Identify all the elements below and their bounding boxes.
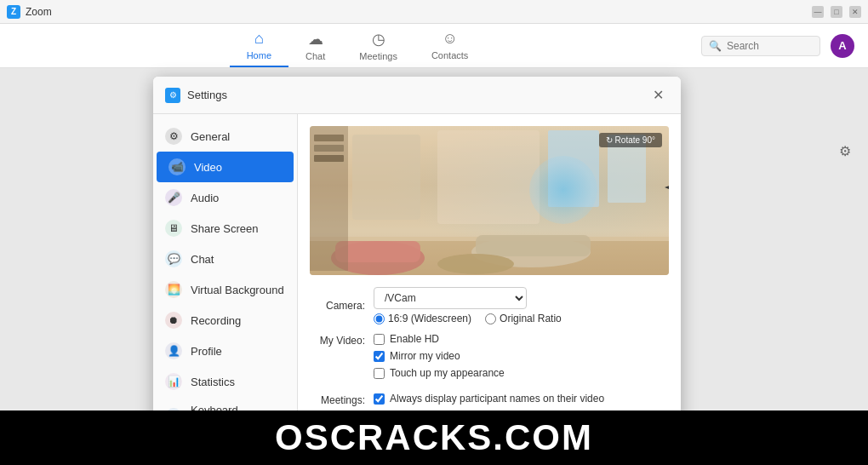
radio-original[interactable]: Original Ratio xyxy=(485,313,562,324)
search-icon: 🔍 xyxy=(709,40,722,52)
nav-items: ⌂ Home ☁ Chat ◷ Meetings ☺ Contacts xyxy=(14,25,701,67)
titlebar: Z Zoom — □ ✕ xyxy=(0,0,868,24)
sidebar-label-recording: Recording xyxy=(191,314,241,327)
rotate-button[interactable]: ↻ Rotate 90° xyxy=(599,133,662,147)
sidebar-item-share-screen[interactable]: 🖥 Share Screen xyxy=(153,213,297,244)
settings-content: ↻ Rotate 90° Camera: xyxy=(298,114,681,451)
camera-row: Camera: /VCam Default Camera 16:9 (Wides… xyxy=(310,287,669,324)
room-scene xyxy=(310,126,669,275)
svg-rect-5 xyxy=(476,235,591,256)
avatar[interactable]: A xyxy=(831,34,854,58)
sidebar-label-chat: Chat xyxy=(191,253,214,266)
settings-sidebar: ⚙ General 📹 Video 🎤 Audio 🖥 Share Screen… xyxy=(153,114,298,451)
nav-home-label: Home xyxy=(247,50,271,60)
mirror-video-option[interactable]: Mirror my video xyxy=(374,350,669,362)
sidebar-item-general[interactable]: ⚙ General xyxy=(153,121,297,152)
video-preview-inner xyxy=(310,126,669,275)
sidebar-item-audio[interactable]: 🎤 Audio xyxy=(153,182,297,213)
my-video-row: My Video: Enable HD Mirror my video T xyxy=(310,333,669,384)
sidebar-item-chat[interactable]: 💬 Chat xyxy=(153,244,297,274)
sidebar-item-video[interactable]: 📹 Video xyxy=(157,152,294,182)
sidebar-item-profile[interactable]: 👤 Profile xyxy=(153,336,297,366)
sidebar-item-virtual-background[interactable]: 🌅 Virtual Background xyxy=(153,274,297,305)
aspect-ratio-group: 16:9 (Widescreen) Original Ratio xyxy=(374,313,669,324)
enable-hd-label: Enable HD xyxy=(390,333,439,345)
camera-label: Camera: xyxy=(310,300,365,312)
close-window-button[interactable]: ✕ xyxy=(849,6,861,18)
sidebar-label-audio: Audio xyxy=(191,192,219,204)
chat-icon: ☁ xyxy=(308,30,323,49)
navbar: ⌂ Home ☁ Chat ◷ Meetings ☺ Contacts 🔍 A xyxy=(0,24,868,68)
video-icon: 📹 xyxy=(168,158,186,175)
share-screen-icon: 🖥 xyxy=(165,220,182,237)
video-preview: ↻ Rotate 90° xyxy=(310,126,669,275)
mirror-video-label: Mirror my video xyxy=(390,350,460,362)
sidebar-label-statistics: Statistics xyxy=(191,376,235,388)
watermark: OSCRACKS.COM xyxy=(0,410,868,465)
svg-rect-13 xyxy=(314,145,344,152)
enable-hd-option[interactable]: Enable HD xyxy=(374,333,669,345)
audio-icon: 🎤 xyxy=(165,189,182,206)
dialog-title: Settings xyxy=(187,89,648,101)
gear-icon[interactable]: ⚙ xyxy=(839,143,858,162)
my-video-options: Enable HD Mirror my video Touch up my ap… xyxy=(374,333,669,384)
camera-select[interactable]: /VCam Default Camera xyxy=(374,287,527,309)
sidebar-label-virtual-bg: Virtual Background xyxy=(191,284,284,296)
maximize-button[interactable]: □ xyxy=(831,6,842,18)
radio-widescreen[interactable]: 16:9 (Widescreen) xyxy=(374,313,471,324)
dialog-header: ⚙ Settings ✕ xyxy=(153,77,681,114)
settings-icon: ⚙ xyxy=(165,88,180,103)
meetings-label: Meetings: xyxy=(310,393,365,406)
always-display-names-label: Always display participant names on thei… xyxy=(390,393,604,405)
meetings-icon: ◷ xyxy=(372,30,385,49)
my-video-label: My Video: xyxy=(310,333,365,347)
sidebar-item-recording[interactable]: ⏺ Recording xyxy=(153,305,297,336)
arrow-indicator xyxy=(660,173,669,203)
statistics-icon: 📊 xyxy=(165,373,182,390)
nav-chat[interactable]: ☁ Chat xyxy=(288,25,342,67)
original-ratio-label: Original Ratio xyxy=(500,313,562,324)
main-content: ⚙ ⚙ Settings ✕ ⚙ General 📹 Video xyxy=(0,68,868,465)
nav-meetings[interactable]: ◷ Meetings xyxy=(342,25,414,67)
svg-rect-12 xyxy=(314,135,344,141)
home-icon: ⌂ xyxy=(254,30,264,48)
svg-rect-8 xyxy=(437,130,540,224)
recording-icon: ⏺ xyxy=(165,312,182,329)
nav-home[interactable]: ⌂ Home xyxy=(230,25,288,67)
general-icon: ⚙ xyxy=(165,128,182,145)
window-controls: — □ ✕ xyxy=(812,6,861,18)
search-area[interactable]: 🔍 xyxy=(701,36,820,56)
sidebar-label-share-screen: Share Screen xyxy=(191,222,259,235)
app-icon: Z xyxy=(7,5,20,19)
sidebar-label-general: General xyxy=(191,130,230,143)
settings-dialog: ⚙ Settings ✕ ⚙ General 📹 Video 🎤 Audio xyxy=(153,77,681,465)
minimize-button[interactable]: — xyxy=(812,6,824,18)
sidebar-label-profile: Profile xyxy=(191,345,222,358)
nav-contacts[interactable]: ☺ Contacts xyxy=(414,25,485,67)
app-title: Zoom xyxy=(26,6,52,18)
dialog-body: ⚙ General 📹 Video 🎤 Audio 🖥 Share Screen… xyxy=(153,114,681,451)
nav-meetings-label: Meetings xyxy=(359,51,397,61)
contacts-icon: ☺ xyxy=(442,30,457,48)
sidebar-label-video: Video xyxy=(194,161,222,174)
profile-icon: 👤 xyxy=(165,342,182,359)
svg-rect-7 xyxy=(352,135,420,220)
camera-controls: /VCam Default Camera 16:9 (Widescreen) O… xyxy=(374,287,669,324)
nav-chat-label: Chat xyxy=(306,51,325,61)
touch-up-option[interactable]: Touch up my appearance xyxy=(374,367,669,379)
dialog-close-button[interactable]: ✕ xyxy=(648,85,669,105)
nav-contacts-label: Contacts xyxy=(431,50,468,60)
virtual-bg-icon: 🌅 xyxy=(165,281,182,298)
search-input[interactable] xyxy=(727,40,812,52)
widescreen-label: 16:9 (Widescreen) xyxy=(388,313,471,324)
svg-rect-14 xyxy=(314,155,344,162)
chat-nav-icon: 💬 xyxy=(165,250,182,267)
sidebar-item-statistics[interactable]: 📊 Statistics xyxy=(153,366,297,397)
svg-point-6 xyxy=(437,254,514,274)
always-display-names-option[interactable]: Always display participant names on thei… xyxy=(374,393,669,405)
touch-up-label: Touch up my appearance xyxy=(390,367,505,379)
virtual-bg-effect xyxy=(529,156,597,224)
